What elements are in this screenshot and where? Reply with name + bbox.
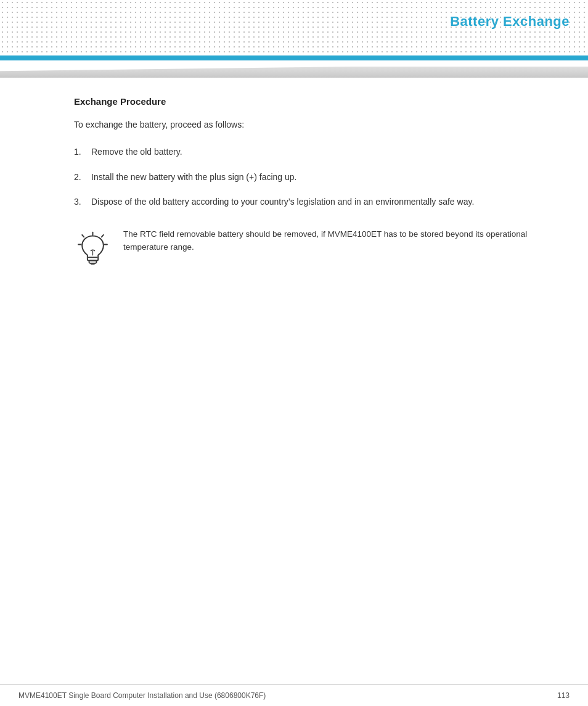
section-heading: Exchange Procedure	[74, 96, 551, 107]
step-number-3: 3.	[74, 195, 91, 208]
page-title: Battery Exchange	[450, 14, 570, 29]
blue-bar-divider	[0, 55, 588, 60]
intro-text: To exchange the battery, proceed as foll…	[74, 118, 551, 131]
footer: MVME4100ET Single Board Computer Install…	[0, 684, 588, 706]
list-item: 3. Dispose of the old battery according …	[74, 195, 551, 208]
exchange-steps-list: 1. Remove the old battery. 2. Install th…	[74, 145, 551, 208]
svg-line-2	[101, 234, 103, 236]
step-text-3: Dispose of the old battery according to …	[91, 195, 551, 208]
gray-bar-area	[0, 60, 588, 78]
step-number-2: 2.	[74, 170, 91, 184]
gray-bar-inner	[0, 67, 588, 78]
tip-text: The RTC field removable battery should b…	[123, 228, 551, 254]
step-text-1: Remove the old battery.	[91, 145, 551, 158]
tip-box: The RTC field removable battery should b…	[74, 228, 551, 271]
svg-line-1	[82, 234, 84, 236]
main-content: Exchange Procedure To exchange the batte…	[0, 78, 588, 320]
header-area: Battery Exchange	[0, 0, 588, 55]
list-item: 2. Install the new battery with the plus…	[74, 170, 551, 184]
lightbulb-icon	[76, 231, 110, 271]
footer-left-text: MVME4100ET Single Board Computer Install…	[18, 691, 266, 700]
tip-icon-container	[74, 228, 111, 271]
list-item: 1. Remove the old battery.	[74, 145, 551, 158]
step-text-2: Install the new battery with the plus si…	[91, 170, 551, 184]
header-title-bar: Battery Exchange	[450, 0, 588, 36]
footer-page-number: 113	[557, 691, 570, 700]
step-number-1: 1.	[74, 145, 91, 158]
